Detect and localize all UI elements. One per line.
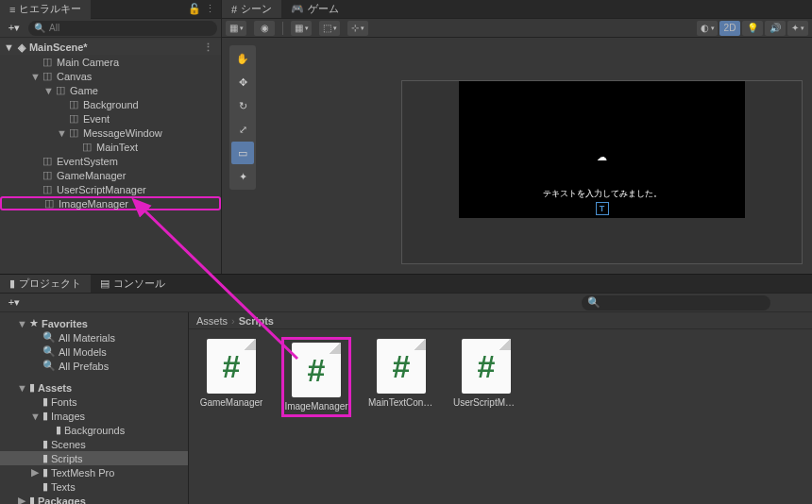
2d-label: 2D xyxy=(724,23,736,33)
scene-tab[interactable]: # シーン xyxy=(222,0,281,18)
scene-tab-icon: # xyxy=(231,4,237,15)
hierarchy-item[interactable]: ◫Event xyxy=(0,111,221,126)
draw-mode-button[interactable]: ▦ xyxy=(226,21,246,36)
move-tool[interactable]: ✥ xyxy=(231,71,254,93)
item-label: Game xyxy=(70,85,98,96)
scene-row[interactable]: ▼ ◈ MainScene* ⋮ xyxy=(0,40,221,55)
snap-button[interactable]: ⬚ xyxy=(319,21,340,36)
favorite-item[interactable]: 🔍 All Prefabs xyxy=(0,359,188,373)
folder-item[interactable]: ▮ Scenes xyxy=(0,437,188,451)
asset-label: ImageManager xyxy=(284,401,347,412)
breadcrumb-current[interactable]: Scripts xyxy=(239,315,274,327)
transform-tool[interactable]: ✦ xyxy=(231,165,254,188)
add-button[interactable]: +▾ xyxy=(4,22,25,34)
favorite-item[interactable]: 🔍 All Models xyxy=(0,344,188,359)
packages-header[interactable]: ▶▮ Packages xyxy=(0,494,188,504)
folder-icon: ▮ xyxy=(42,438,48,450)
favorite-item[interactable]: 🔍 All Materials xyxy=(0,330,188,344)
lock-icon[interactable]: 🔓 xyxy=(188,3,201,15)
assets-label: Assets xyxy=(38,382,72,394)
scene-panel: # シーン 🎮 ゲーム ▦ ◉ ▦ ⬚ ⊹ ◐ 2D 💡 🔊 ✦ ✋ ✥ xyxy=(222,0,812,274)
scene-viewport[interactable]: ✋ ✥ ↻ ⤢ ▭ ✦ ☁ テキストを入力してみました。 T xyxy=(222,38,812,274)
grid-button[interactable]: ▦ xyxy=(291,21,312,36)
console-tab[interactable]: ▤ コンソール xyxy=(91,275,175,293)
pivot-button[interactable]: ◉ xyxy=(254,21,275,36)
folder-label: Scenes xyxy=(51,439,86,450)
hierarchy-item[interactable]: ▼◫MessageWindow xyxy=(0,126,221,140)
script-asset[interactable]: #ImageManager xyxy=(283,339,349,415)
2d-button[interactable]: 2D xyxy=(719,21,740,36)
light-button[interactable]: 💡 xyxy=(742,21,763,36)
hierarchy-item[interactable]: ▼◫Game xyxy=(0,83,221,97)
hierarchy-item[interactable]: ◫ImageManager xyxy=(0,196,221,210)
folder-item[interactable]: ▮ Backgrounds xyxy=(0,423,188,437)
project-tab-label: プロジェクト xyxy=(19,277,81,291)
scene-tab-label: シーン xyxy=(241,2,272,16)
shading-button[interactable]: ◐ xyxy=(697,21,718,36)
gameobject-icon: ◫ xyxy=(69,98,80,110)
item-label: MessageWindow xyxy=(83,127,162,139)
rotate-tool[interactable]: ↻ xyxy=(231,94,254,117)
scene-menu-icon[interactable]: ⋮ xyxy=(203,42,217,54)
hierarchy-tab[interactable]: ≡ ヒエラルキー xyxy=(0,0,91,19)
script-asset[interactable]: #MainTextCont… xyxy=(368,339,434,408)
folder-item[interactable]: ▮ Texts xyxy=(0,479,188,494)
fold-icon[interactable]: ▶ xyxy=(30,466,40,479)
folder-icon: ▮ xyxy=(42,395,48,408)
hierarchy-tab-label: ヒエラルキー xyxy=(19,2,81,16)
search-placeholder: All xyxy=(49,23,59,33)
hierarchy-search[interactable]: 🔍 All xyxy=(28,21,217,36)
project-tree: ▼★ Favorites 🔍 All Materials🔍 All Models… xyxy=(0,312,189,504)
folder-icon: ▮ xyxy=(42,452,48,464)
favorite-label: All Materials xyxy=(59,332,115,344)
canvas-bounds: ☁ テキストを入力してみました。 T xyxy=(401,80,803,264)
folder-icon: ▮ xyxy=(29,495,35,504)
folder-item[interactable]: ▼▮ Images xyxy=(0,409,188,423)
asset-grid: #GameManager#ImageManager#MainTextCont…#… xyxy=(189,329,812,504)
folder-item[interactable]: ▮ Fonts xyxy=(0,395,188,409)
game-canvas: ☁ テキストを入力してみました。 T xyxy=(459,81,745,218)
fold-icon[interactable]: ▼ xyxy=(30,411,40,422)
search-icon: 🔍 xyxy=(42,360,56,372)
script-asset[interactable]: #GameManager xyxy=(198,339,264,408)
fx-button[interactable]: ✦ xyxy=(787,21,808,36)
csharp-script-icon: # xyxy=(377,339,426,394)
hierarchy-item[interactable]: ▼◫Canvas xyxy=(0,69,221,83)
hierarchy-icon: ≡ xyxy=(9,4,15,15)
script-asset[interactable]: #UserScriptMa… xyxy=(453,339,519,408)
scale-tool[interactable]: ⤢ xyxy=(231,118,254,141)
gameobject-icon: ◫ xyxy=(42,183,54,195)
assets-header[interactable]: ▼▮ Assets xyxy=(0,380,188,395)
folder-item[interactable]: ▶▮ TextMesh Pro xyxy=(0,465,188,479)
breadcrumb-root[interactable]: Assets xyxy=(196,315,228,327)
folder-label: Fonts xyxy=(51,396,77,408)
gameobject-icon: ◫ xyxy=(42,56,54,68)
hierarchy-item[interactable]: ◫EventSystem xyxy=(0,154,221,168)
project-tab[interactable]: ▮ プロジェクト xyxy=(0,275,91,293)
hierarchy-item[interactable]: ◫GameManager xyxy=(0,168,221,182)
game-tab[interactable]: 🎮 ゲーム xyxy=(281,0,348,18)
fold-icon[interactable]: ▼ xyxy=(4,42,14,53)
hierarchy-item[interactable]: ◫Background xyxy=(0,97,221,111)
sample-text: テキストを入力してみました。 xyxy=(543,188,662,200)
csharp-script-icon: # xyxy=(207,339,256,394)
hierarchy-item[interactable]: ◫MainText xyxy=(0,140,221,154)
hierarchy-item[interactable]: ◫Main Camera xyxy=(0,55,221,69)
gameobject-icon: ◫ xyxy=(42,169,54,181)
scene-name: MainScene* xyxy=(29,42,88,53)
hierarchy-item[interactable]: ◫UserScriptManager xyxy=(0,182,221,196)
folder-item[interactable]: ▮ Scripts xyxy=(0,451,188,465)
panel-menu-icon[interactable]: ⋮ xyxy=(205,3,215,15)
project-add-button[interactable]: +▾ xyxy=(4,296,25,309)
fold-icon[interactable]: ▼ xyxy=(30,71,40,82)
audio-button[interactable]: 🔊 xyxy=(765,21,786,36)
fold-icon[interactable]: ▼ xyxy=(43,85,53,96)
increment-button[interactable]: ⊹ xyxy=(347,21,368,36)
search-icon: 🔍 xyxy=(34,23,45,33)
item-label: MainText xyxy=(96,142,138,153)
hand-tool[interactable]: ✋ xyxy=(231,47,254,70)
rect-tool[interactable]: ▭ xyxy=(231,142,254,164)
favorites-header[interactable]: ▼★ Favorites xyxy=(0,316,188,330)
fold-icon[interactable]: ▼ xyxy=(57,127,66,139)
project-search[interactable]: 🔍 xyxy=(582,295,770,311)
